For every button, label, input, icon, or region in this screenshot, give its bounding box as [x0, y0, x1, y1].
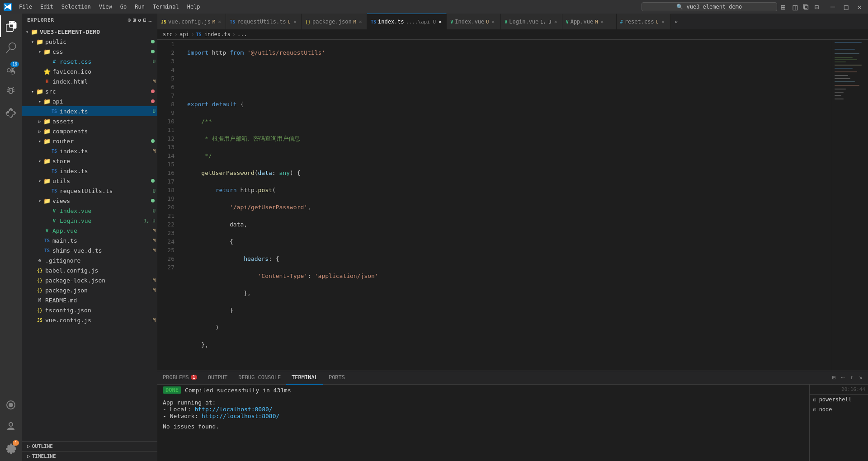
panel-tab-ports[interactable]: PORTS	[323, 371, 350, 385]
new-folder-icon[interactable]: ⊞	[133, 17, 137, 23]
tree-index-html[interactable]: ▷ H index.html M	[22, 76, 157, 86]
terminal-content[interactable]: DONE Compiled successfully in 431ms App …	[157, 385, 809, 461]
tab-icon-vue: V	[505, 19, 507, 24]
menu-view[interactable]: View	[95, 3, 116, 11]
menu-selection[interactable]: Selection	[58, 3, 94, 11]
tree-main-ts[interactable]: ▷ TS main.ts M	[22, 235, 157, 245]
activity-accounts[interactable]	[0, 416, 22, 437]
tab-more[interactable]: »	[671, 14, 682, 29]
tree-components-folder[interactable]: ▷ 📁 components	[22, 126, 157, 136]
tab-vue-config[interactable]: JS vue.config.js M ✕	[157, 14, 226, 29]
panel-tab-output[interactable]: OUTPUT	[203, 371, 233, 385]
terminal-item-node[interactable]: ⊡ node	[810, 405, 868, 414]
tab-index-ts-active[interactable]: TS index.ts ....\api U ✕	[367, 14, 447, 29]
more-icon[interactable]: …	[148, 17, 152, 23]
panel-tab-terminal[interactable]: TERMINAL	[286, 371, 323, 385]
tab-reset-css[interactable]: # reset.css U ✕	[617, 14, 671, 29]
tab-icon-vue: V	[566, 19, 569, 24]
tree-tsconfig[interactable]: ▷ {} tsconfig.json	[22, 305, 157, 315]
tab-close-btn[interactable]: ✕	[491, 19, 495, 25]
search-bar[interactable]: 🔍 vue3-element-demo	[642, 2, 777, 11]
tab-close-btn[interactable]: ✕	[660, 19, 665, 25]
tab-close-active[interactable]: ✕	[438, 19, 443, 25]
tab-close-btn[interactable]: ✕	[553, 19, 558, 25]
tab-close-btn[interactable]: ✕	[358, 19, 363, 25]
tab-close-btn[interactable]: ✕	[217, 19, 222, 25]
menu-terminal[interactable]: Terminal	[149, 3, 183, 11]
tab-requestutils[interactable]: TS requestUtils.ts U ✕	[226, 14, 302, 29]
new-file-icon[interactable]: ⊕	[127, 17, 131, 23]
layout-btn4[interactable]: ⊟	[814, 3, 819, 11]
tree-index-vue[interactable]: ▷ V Index.vue U	[22, 206, 157, 216]
tree-requestutils-ts[interactable]: ▷ TS requestUtils.ts U	[22, 186, 157, 196]
tab-close-btn[interactable]: ✕	[599, 19, 604, 25]
tree-api-index-ts[interactable]: ▷ TS index.ts U	[22, 106, 157, 116]
panel-tab-problems[interactable]: PROBLEMS 1	[157, 371, 203, 385]
split-terminal-icon[interactable]: ⊞	[830, 373, 838, 382]
tree-reset-css[interactable]: ▷ # reset.css U	[22, 56, 157, 66]
tree-login-vue[interactable]: ▷ V Login.vue 1, U	[22, 216, 157, 226]
minimize-btn[interactable]: ─	[828, 3, 838, 11]
activity-extensions[interactable]	[0, 102, 22, 124]
local-link[interactable]: http://localhost:8080/	[194, 406, 272, 413]
menu-run[interactable]: Run	[131, 3, 148, 11]
menu-file[interactable]: File	[15, 3, 36, 11]
activity-remote[interactable]	[0, 394, 22, 416]
refresh-icon[interactable]: ↺	[138, 17, 142, 23]
tree-api-folder[interactable]: ▾ 📁 api	[22, 96, 157, 106]
activity-settings[interactable]: 1	[0, 437, 22, 459]
tree-router-index-ts[interactable]: ▷ TS index.ts M	[22, 146, 157, 156]
breadcrumb-dots[interactable]: ...	[237, 31, 247, 38]
tree-readme[interactable]: ▷ M README.md	[22, 295, 157, 305]
maximize-panel-icon[interactable]: ⬆	[848, 373, 855, 382]
breadcrumb-indexts[interactable]: index.ts	[204, 31, 231, 38]
tree-vue-config[interactable]: ▷ JS vue.config.js M	[22, 315, 157, 325]
tree-css-folder[interactable]: ▾ 📁 css	[22, 47, 157, 56]
tree-gitignore[interactable]: ▷ ⚙ .gitignore	[22, 255, 157, 265]
tree-shims-vue[interactable]: ▷ TS shims-vue.d.ts M	[22, 245, 157, 255]
tab-app-vue[interactable]: V App.vue M ✕	[562, 14, 617, 29]
terminal-item-powershell[interactable]: ⊡ powershell	[810, 395, 868, 405]
layout-btn3[interactable]: ⧉	[803, 2, 809, 12]
tree-babel-config[interactable]: ▷ {} babel.config.js	[22, 265, 157, 275]
activity-explorer[interactable]	[0, 15, 22, 37]
tree-favicon[interactable]: ▷ ⭐ favicon.ico	[22, 66, 157, 76]
collapse-all-icon[interactable]: ⊟	[143, 17, 147, 23]
tab-index-vue[interactable]: V Index.vue U ✕	[447, 14, 501, 29]
panel-tab-debug[interactable]: DEBUG CONSOLE	[233, 371, 286, 385]
close-btn[interactable]: ✕	[854, 3, 864, 11]
tree-app-vue[interactable]: ▷ V App.vue M	[22, 226, 157, 235]
activity-search[interactable]	[0, 37, 22, 59]
tab-package-json[interactable]: {} package.json M ✕	[302, 14, 367, 29]
network-link[interactable]: http://localhost:8080/	[202, 413, 279, 419]
breadcrumb-api[interactable]: api	[179, 31, 189, 38]
tree-store-index-ts[interactable]: ▷ TS index.ts	[22, 166, 157, 176]
layout-btn[interactable]: ⊞	[781, 2, 786, 12]
kill-terminal-icon[interactable]: ⋯	[840, 373, 847, 382]
activity-debug[interactable]	[0, 80, 22, 102]
breadcrumb-src[interactable]: src	[163, 31, 173, 38]
menu-edit[interactable]: Edit	[37, 3, 57, 11]
menu-go[interactable]: Go	[117, 3, 130, 11]
tree-package-json[interactable]: ▷ {} package.json M	[22, 285, 157, 295]
close-panel-icon[interactable]: ✕	[857, 373, 864, 382]
tab-bar: JS vue.config.js M ✕ TS requestUtils.ts …	[157, 14, 868, 29]
code-editor[interactable]: import http from '@/utils/requestUtils' …	[180, 40, 832, 371]
menu-help[interactable]: Help	[184, 3, 204, 11]
activity-source-control[interactable]: 16	[0, 59, 22, 80]
tree-views-folder[interactable]: ▾ 📁 views	[22, 196, 157, 206]
tree-root-folder[interactable]: ▾ 📁 VUE3-ELEMENT-DEMO	[22, 27, 157, 37]
layout-btn2[interactable]: ◫	[793, 2, 798, 12]
tree-utils-folder[interactable]: ▾ 📁 utils	[22, 176, 157, 186]
tab-close-btn[interactable]: ✕	[292, 19, 297, 25]
maximize-btn[interactable]: □	[841, 3, 851, 11]
tree-assets-folder[interactable]: ▷ 📁 assets	[22, 116, 157, 126]
tree-router-folder[interactable]: ▾ 📁 router	[22, 136, 157, 146]
tree-src-folder[interactable]: ▾ 📁 src	[22, 86, 157, 96]
timeline-section[interactable]: ▷ TIMELINE	[22, 451, 157, 461]
outline-section[interactable]: ▷ OUTLINE	[22, 441, 157, 451]
tree-store-folder[interactable]: ▾ 📁 store	[22, 156, 157, 166]
tree-public-folder[interactable]: ▾ 📁 public	[22, 37, 157, 47]
tab-login-vue[interactable]: V Login.vue 1, U ✕	[501, 14, 562, 29]
tree-package-lock[interactable]: ▷ {} package-lock.json M	[22, 275, 157, 285]
